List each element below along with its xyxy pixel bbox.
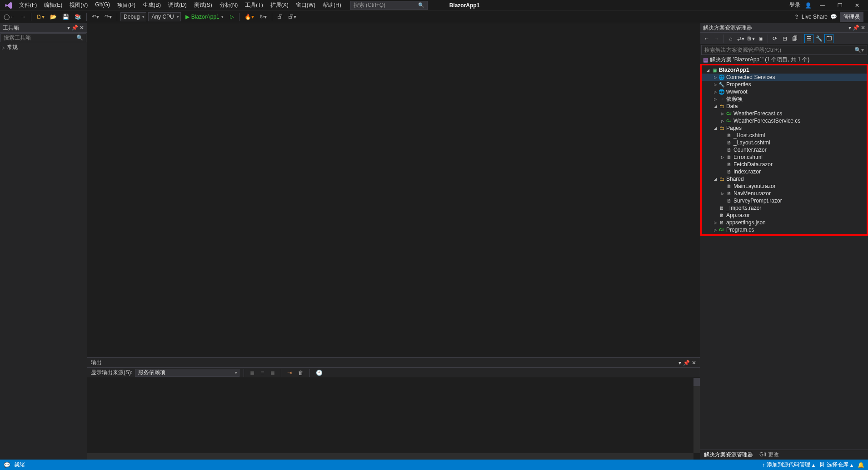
tab-git-changes[interactable]: Git 更改 [759,451,779,459]
expand-arrow-icon[interactable] [713,220,718,225]
configuration-combo[interactable]: Debug [120,12,146,21]
select-repo-button[interactable]: 🗄 选择仓库 ▴ [819,461,853,469]
tree-node[interactable]: C#WeatherForecast.cs [702,110,867,117]
tree-node[interactable]: ⁘依赖项 [702,95,867,103]
output-clock-button[interactable]: 🕘 [314,370,324,376]
tree-node[interactable]: 🗎_Imports.razor [702,204,867,212]
hot-reload-button[interactable]: 🔥▾ [243,14,256,20]
output-wrap-button[interactable]: ⇥ [285,370,294,376]
menu-item-4[interactable]: 项目(P) [114,1,139,9]
platform-combo[interactable]: Any CPU [148,12,180,21]
output-source-combo[interactable]: 服务依赖项 [135,369,239,377]
solexp-back-button[interactable]: ← [702,34,711,43]
start-without-debug-button[interactable]: ▷ [228,14,236,20]
output-options-icon[interactable]: ▾ [678,360,681,366]
solexp-sync-button[interactable]: ◉ [756,34,765,43]
expand-arrow-icon[interactable] [705,68,711,72]
login-button[interactable]: 登录 [789,1,800,9]
tree-node[interactable]: 🗎SurveyPrompt.razor [702,197,867,204]
tab-solution-explorer[interactable]: 解决方案资源管理器 [704,451,753,459]
output-btn-1[interactable]: ≣ [248,370,256,376]
nav-back-button[interactable]: ◯← [2,14,17,20]
output-close-icon[interactable]: ✕ [692,360,696,366]
misc-button-2[interactable]: 🗗▾ [286,14,298,20]
tree-node[interactable]: 🗎NavMenu.razor [702,190,867,197]
tree-node[interactable]: 🗎_Host.cshtml [702,132,867,139]
output-pin-icon[interactable]: 📌 [683,360,690,366]
toolbox-search-input[interactable]: 搜索工具箱 🔍 [0,33,86,42]
solexp-filter-button[interactable]: 🗎▾ [746,34,755,43]
tree-node[interactable]: C#WeatherForecastService.cs [702,117,867,124]
tree-node[interactable]: 🌐Connected Services [702,74,867,81]
user-icon[interactable]: 👤 [805,2,812,9]
solexp-close-icon[interactable]: ✕ [861,25,865,31]
solexp-preview-button[interactable]: 🗔 [824,34,833,43]
tree-node[interactable]: 🗎_Layout.cshtml [702,139,867,146]
solexp-home-button[interactable]: ⌂ [726,34,735,43]
global-search-input[interactable]: 搜索 (Ctrl+Q) 🔍 [350,1,428,10]
tree-node[interactable]: 🗀Data [702,103,867,110]
solexp-collapse-button[interactable]: ⊟ [780,34,789,43]
expand-arrow-icon[interactable] [713,126,718,130]
menu-item-1[interactable]: 编辑(E) [40,1,66,9]
add-to-source-control-button[interactable]: ↑ 添加到源代码管理 ▴ [762,461,815,469]
notifications-button[interactable]: 🔔 [858,462,864,468]
save-button[interactable]: 💾 [60,14,71,20]
expand-arrow-icon[interactable] [713,89,718,94]
output-clear-button[interactable]: 🗑 [296,370,305,376]
redo-button[interactable]: ↷▾ [103,14,114,20]
solexp-showall-button[interactable]: 🗐 [790,34,799,43]
tree-node[interactable]: 🗎Counter.razor [702,146,867,153]
toolbox-pin-icon[interactable]: 📌 [71,25,78,31]
menu-item-2[interactable]: 视图(V) [66,1,91,9]
expand-arrow-icon[interactable] [713,228,718,232]
solexp-switch-button[interactable]: ⇄▾ [736,34,745,43]
toolbox-options-icon[interactable]: ▾ [67,25,70,31]
tree-node[interactable]: 🗎Index.razor [702,168,867,175]
window-restore-button[interactable]: ❐ [833,2,846,9]
status-chat-icon[interactable]: 💬 [4,462,10,468]
toolbox-group-general[interactable]: ▷ 常规 [0,43,87,52]
menu-item-9[interactable]: 工具(T) [241,1,266,9]
expand-arrow-icon[interactable] [720,111,725,116]
expand-arrow-icon[interactable] [720,191,725,196]
save-all-button[interactable]: 📚 [73,14,83,20]
live-share-button[interactable]: Live Share [802,14,828,20]
output-vertical-scrollbar[interactable] [693,378,700,453]
menu-item-5[interactable]: 生成(B) [139,1,165,9]
solution-explorer-search-input[interactable]: 搜索解决方案资源管理器(Ctrl+;) 🔍▾ [701,45,867,55]
nav-forward-button[interactable]: → [19,14,28,20]
tree-node[interactable]: 🗀Shared [702,175,867,183]
expand-arrow-icon[interactable] [713,75,718,79]
solexp-pin-icon[interactable]: 📌 [853,25,859,31]
tree-node[interactable]: 🗎App.razor [702,212,867,219]
open-file-button[interactable]: 📂 [48,14,59,20]
menu-item-7[interactable]: 测试(S) [190,1,216,9]
expand-arrow-icon[interactable] [713,82,718,87]
menu-item-0[interactable]: 文件(F) [15,1,40,9]
solution-root[interactable]: ▤ 解决方案 'BlazorApp1' (1 个项目, 共 1 个) [700,55,868,64]
solexp-options-icon[interactable]: ▾ [848,25,851,31]
expand-arrow-icon[interactable] [713,97,718,101]
undo-button[interactable]: ↶▾ [90,14,101,20]
tree-node[interactable]: 🌐wwwroot [702,88,867,95]
feedback-button[interactable]: 💬 [830,14,837,20]
solexp-refresh-button[interactable]: ⟳ [770,34,779,43]
solexp-folders-button[interactable]: ☰ [804,34,813,43]
menu-item-6[interactable]: 调试(D) [165,1,190,9]
start-debug-button[interactable]: ▶ BlazorApp1 ▾ [183,14,226,20]
window-minimize-button[interactable]: — [816,2,829,9]
output-horizontal-scrollbar[interactable] [87,453,693,460]
tree-node[interactable]: 🗀Pages [702,124,867,132]
output-btn-2[interactable]: ≡ [259,370,266,376]
tree-node[interactable]: 🗎MainLayout.razor [702,183,867,190]
solexp-fwd-button[interactable]: → [712,34,721,43]
expand-arrow-icon[interactable] [713,177,718,181]
window-close-button[interactable]: ✕ [851,2,863,9]
expand-arrow-icon[interactable] [720,155,725,159]
tree-node[interactable]: C#Program.cs [702,226,867,233]
tree-node[interactable]: 🗎FetchData.razor [702,161,867,168]
menu-item-8[interactable]: 分析(N) [216,1,242,9]
admin-badge[interactable]: 管理员 [840,12,863,22]
menu-item-10[interactable]: 扩展(X) [267,1,292,9]
